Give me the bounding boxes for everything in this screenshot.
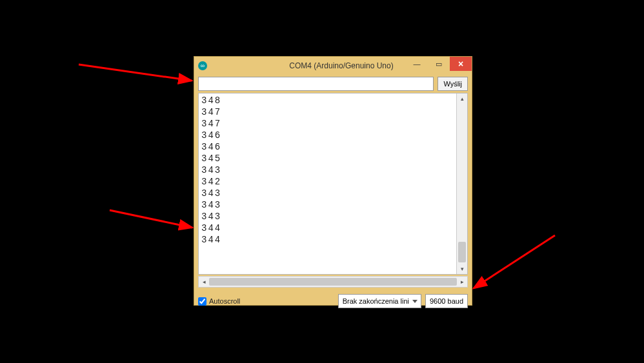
vertical-scrollbar[interactable]: ▴ ▾ (456, 93, 467, 274)
baud-rate-select[interactable]: 9600 baud (425, 294, 468, 308)
svg-line-2 (474, 235, 555, 288)
close-button[interactable]: × (450, 57, 472, 71)
close-icon: × (458, 59, 463, 69)
maximize-button[interactable]: ▭ (428, 57, 450, 71)
line-ending-select[interactable]: Brak zakończenia lini (338, 294, 421, 308)
titlebar[interactable]: COM4 (Arduino/Genuino Uno) — ▭ × (194, 57, 472, 75)
annotation-arrow-3 (471, 235, 561, 302)
hscroll-thumb[interactable] (209, 278, 457, 286)
autoscroll-input[interactable] (198, 297, 206, 306)
arduino-icon (198, 61, 207, 70)
svg-line-1 (110, 210, 192, 228)
annotation-arrow-1 (79, 64, 201, 92)
svg-line-0 (79, 64, 192, 81)
send-button[interactable]: Wyślij (438, 77, 468, 91)
maximize-icon: ▭ (436, 60, 442, 68)
serial-input[interactable] (198, 77, 434, 91)
autoscroll-checkbox[interactable]: Autoscroll (198, 297, 240, 306)
scroll-thumb[interactable] (458, 242, 466, 262)
footer-bar: Autoscroll Brak zakończenia lini 9600 ba… (194, 290, 472, 312)
window-controls: — ▭ × (406, 57, 472, 71)
annotation-arrow-2 (110, 210, 200, 238)
output-area: 348 347 347 346 346 345 343 342 343 343 … (198, 93, 468, 275)
line-ending-value: Brak zakończenia lini (343, 297, 409, 305)
send-row: Wyślij (194, 75, 472, 93)
scroll-down-icon[interactable]: ▾ (457, 264, 467, 274)
autoscroll-label: Autoscroll (209, 297, 240, 305)
scroll-right-icon[interactable]: ▸ (457, 277, 467, 287)
minimize-button[interactable]: — (406, 57, 428, 71)
minimize-icon: — (414, 60, 421, 68)
baud-rate-value: 9600 baud (430, 297, 463, 305)
scroll-up-icon[interactable]: ▴ (457, 93, 467, 104)
serial-monitor-window: COM4 (Arduino/Genuino Uno) — ▭ × Wyślij … (194, 56, 472, 306)
scroll-left-icon[interactable]: ◂ (199, 277, 209, 287)
serial-output-text: 348 347 347 346 346 345 343 342 343 343 … (199, 93, 467, 247)
horizontal-scrollbar[interactable]: ◂ ▸ (198, 276, 468, 288)
